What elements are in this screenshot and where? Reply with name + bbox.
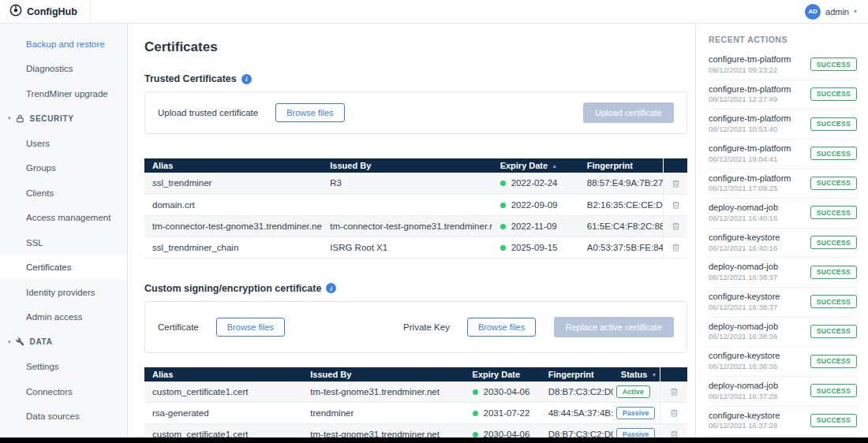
private-key-browse-files-button[interactable]: Browse files <box>467 318 536 337</box>
recent-action-timestamp: 06/12/2021 19:04:41 <box>709 154 791 164</box>
recent-action-item[interactable]: configure-tm-platform 06/12/2021 19:04:4… <box>709 140 857 169</box>
success-badge: SUCCESS <box>810 58 857 71</box>
recent-action-item[interactable]: deploy-nomad-job 06/12/2021 16:40:16 SUC… <box>709 199 857 229</box>
recent-action-text: deploy-nomad-job 06/12/2021 16:37:28 <box>709 381 778 401</box>
info-icon[interactable]: i <box>241 74 252 84</box>
upload-certificate-button[interactable]: Upload certificate <box>583 102 674 123</box>
sidebar-item-label: Backup and restore <box>26 39 105 49</box>
recent-action-name: configure-keystore <box>709 233 780 244</box>
sidebar-section-security[interactable]: ▾ SECURITY <box>0 106 127 132</box>
column-header-expiry-date[interactable]: Expiry Date <box>465 367 541 382</box>
cell-issued-by: trendminer <box>302 403 464 424</box>
delete-icon[interactable] <box>670 408 679 418</box>
sidebar-item-label: TrendMiner upgrade <box>26 89 108 99</box>
cell-actions <box>664 173 687 194</box>
sidebar-item[interactable]: Certificates <box>0 255 127 281</box>
column-header-fingerprint[interactable]: Fingerprint <box>541 367 613 382</box>
recent-action-timestamp: 06/12/2021 16:40:16 <box>709 214 778 223</box>
recent-action-item[interactable]: configure-keystore 06/12/2021 16:37:28 S… <box>709 407 857 437</box>
wrench-icon <box>16 337 25 347</box>
user-menu[interactable]: AD admin ▾ <box>805 4 868 20</box>
recent-action-name: deploy-nomad-job <box>709 381 778 392</box>
info-icon[interactable]: i <box>326 283 336 293</box>
column-header-status[interactable]: Status▼ <box>613 367 660 382</box>
recent-action-item[interactable]: configure-tm-platform 09/12/2021 09:23:2… <box>709 50 857 80</box>
cell-fingerprint: 88:57:E4:9A:7B:27:D9:D... <box>579 173 664 194</box>
recent-action-timestamp: 08/12/2021 12:27:49 <box>709 95 791 104</box>
user-name: admin <box>825 7 849 17</box>
recent-action-timestamp: 06/12/2021 17:09:25 <box>709 184 791 193</box>
recent-actions-panel: RECENT ACTIONS configure-tm-platform 09/… <box>695 24 868 443</box>
sidebar-item[interactable]: Identity providers <box>0 280 127 305</box>
brand-name: ConfigHub <box>27 6 77 17</box>
column-header-fingerprint[interactable]: Fingerprint <box>579 158 664 173</box>
column-header-expiry-date[interactable]: Expiry Date▲ <box>492 158 579 173</box>
sidebar-item[interactable]: Users <box>0 131 127 156</box>
sidebar-item[interactable]: Connectors <box>0 379 127 404</box>
sidebar-item[interactable]: TrendMiner upgrade <box>0 81 127 106</box>
cell-expiry-date: 2025-09-15 <box>492 236 579 258</box>
certificate-browse-files-button[interactable]: Browse files <box>216 318 285 337</box>
recent-action-item[interactable]: configure-keystore 06/12/2021 16:38:37 S… <box>709 288 857 318</box>
custom-certificate-card: Certificate Browse files Private Key Bro… <box>144 301 687 353</box>
recent-action-timestamp: 06/12/2021 16:38:36 <box>709 362 780 371</box>
delete-icon[interactable] <box>670 387 679 396</box>
cell-fingerprint: 61:5E:C4:F8:2C:88:38:5B... <box>579 215 664 236</box>
delete-icon[interactable] <box>672 179 680 188</box>
sidebar-section-data[interactable]: ▾ DATA <box>0 329 127 355</box>
sidebar-item[interactable]: Diagnostics <box>0 57 127 82</box>
recent-action-name: deploy-nomad-job <box>709 262 778 273</box>
delete-icon[interactable] <box>672 222 680 231</box>
sort-asc-icon: ▲ <box>552 163 557 169</box>
page-title: Certificates <box>144 39 687 55</box>
cell-alias: rsa-generated <box>144 403 302 424</box>
sidebar-item-label: Clients <box>26 188 54 198</box>
recent-action-name: deploy-nomad-job <box>709 203 778 214</box>
column-header-alias[interactable]: Alias <box>144 367 302 382</box>
recent-action-item[interactable]: deploy-nomad-job 06/12/2021 16:38:37 SUC… <box>709 258 857 288</box>
recent-action-text: deploy-nomad-job 06/12/2021 16:38:37 <box>709 262 778 282</box>
recent-action-item[interactable]: deploy-nomad-job 06/12/2021 16:38:36 SUC… <box>709 318 857 348</box>
sidebar-item[interactable]: Groups <box>0 156 127 181</box>
sidebar-item[interactable]: Access management <box>0 206 127 231</box>
sidebar-item[interactable]: Data sources <box>0 404 127 430</box>
custom-table-body: custom_certificate1.cert tm-test-gnome31… <box>144 382 687 443</box>
recent-action-text: configure-keystore 06/12/2021 16:37:28 <box>709 411 780 431</box>
cell-status: Passive <box>613 403 660 424</box>
sidebar-section-label: DATA <box>30 337 53 346</box>
sidebar-item[interactable]: Backup and restore <box>0 32 127 57</box>
sidebar-item[interactable]: SSL <box>0 230 127 255</box>
bottom-bar <box>0 437 868 443</box>
recent-action-item[interactable]: configure-keystore 06/12/2021 16:40:16 S… <box>709 229 857 259</box>
recent-action-item[interactable]: configure-tm-platform 08/12/2021 10:53:4… <box>709 110 857 140</box>
column-header-issued-by[interactable]: Issued By <box>302 367 464 382</box>
recent-action-item[interactable]: configure-tm-platform 08/12/2021 12:27:4… <box>709 80 857 110</box>
delete-icon[interactable] <box>672 200 680 210</box>
cell-issued-by: R3 <box>322 173 492 194</box>
recent-action-name: configure-keystore <box>709 351 780 362</box>
success-badge: SUCCESS <box>810 325 857 338</box>
sidebar-item[interactable]: Admin access <box>0 305 127 330</box>
cell-fingerprint: A0:53:37:5B:FE:84:E8:B7... <box>579 236 664 258</box>
recent-action-item[interactable]: configure-tm-platform 06/12/2021 17:09:2… <box>709 169 857 199</box>
recent-action-item[interactable]: deploy-nomad-job 06/12/2021 16:37:28 SUC… <box>709 377 857 407</box>
cell-alias: domain.crt <box>144 194 322 215</box>
sidebar-item[interactable]: Clients <box>0 181 127 206</box>
table-row: ssl_trendminer R3 2022-02-24 88:57:E4:9A… <box>144 173 687 194</box>
sidebar-item-label: Groups <box>26 163 56 173</box>
table-header-row: Alias Issued By Expiry Date Fingerprint … <box>144 367 687 382</box>
sidebar-item-label: Identity providers <box>26 288 95 297</box>
column-header-issued-by[interactable]: Issued By <box>322 158 492 173</box>
recent-action-name: configure-keystore <box>709 292 780 303</box>
validity-dot <box>500 203 506 208</box>
custom-certificates-table: Alias Issued By Expiry Date Fingerprint … <box>144 367 687 443</box>
sidebar-item-label: Data sources <box>26 411 80 421</box>
delete-icon[interactable] <box>672 243 680 252</box>
cell-issued-by <box>322 194 492 215</box>
browse-files-button[interactable]: Browse files <box>275 103 344 122</box>
sidebar-item[interactable]: Settings <box>0 355 127 380</box>
column-header-alias[interactable]: Alias <box>144 158 322 173</box>
brand[interactable]: ConfigHub <box>0 0 91 23</box>
replace-active-certificate-button[interactable]: Replace active certificate <box>554 317 674 337</box>
recent-action-item[interactable]: configure-keystore 06/12/2021 16:38:36 S… <box>709 347 857 377</box>
